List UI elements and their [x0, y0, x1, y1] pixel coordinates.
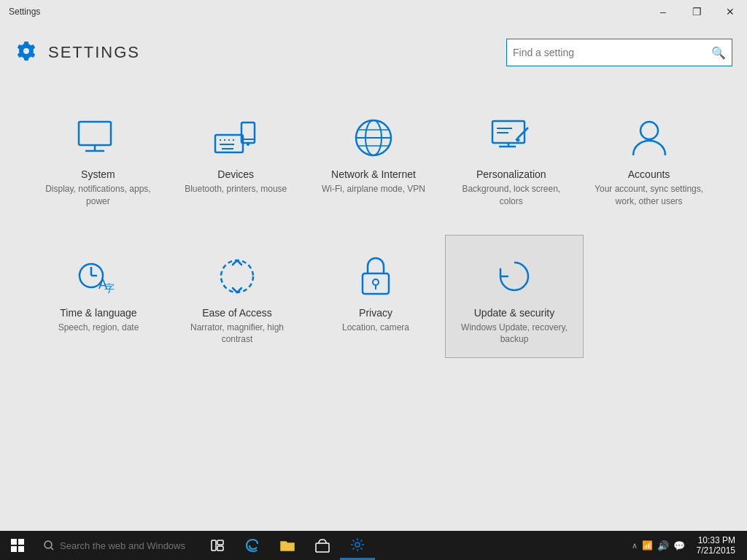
svg-rect-33 — [363, 273, 389, 294]
svg-line-19 — [518, 128, 528, 138]
tray-icons: ∧ 📶 🔊 💬 — [629, 540, 688, 551]
svg-rect-37 — [18, 539, 24, 545]
svg-rect-43 — [217, 540, 223, 545]
start-button[interactable] — [0, 531, 35, 560]
system-icon — [74, 114, 121, 161]
main-content: System Display, notifications, apps, pow… — [0, 82, 747, 373]
personalization-desc: Background, lock screen, colors — [454, 183, 568, 208]
title-bar-left: Settings — [9, 7, 40, 17]
header: SETTINGS 🔍 — [0, 23, 747, 82]
svg-line-41 — [51, 548, 53, 550]
taskbar-search-input[interactable] — [60, 540, 191, 551]
privacy-icon — [352, 253, 399, 300]
network-tray-icon: 📶 — [642, 540, 653, 551]
search-input[interactable] — [513, 47, 711, 58]
edge-browser-button[interactable] — [235, 531, 270, 560]
settings-row-1: System Display, notifications, apps, pow… — [29, 96, 718, 220]
update-security-icon — [491, 253, 538, 300]
svg-rect-45 — [316, 543, 329, 552]
settings-item-personalization[interactable]: Personalization Background, lock screen,… — [442, 96, 580, 220]
settings-item-privacy[interactable]: Privacy Location, camera — [306, 235, 445, 359]
settings-item-time-language[interactable]: A 字 Time & language Speech, region, date — [29, 235, 168, 359]
settings-row-2: A 字 Time & language Speech, region, date… — [29, 235, 718, 359]
taskbar-settings-button[interactable] — [340, 531, 375, 560]
ease-of-access-icon — [214, 253, 260, 300]
svg-rect-44 — [217, 546, 223, 551]
ease-of-access-desc: Narrator, magnifier, high contrast — [180, 322, 294, 346]
svg-rect-39 — [18, 546, 24, 552]
svg-text:字: 字 — [104, 283, 115, 294]
clock-date: 7/21/2015 — [697, 545, 735, 556]
settings-item-accounts[interactable]: Accounts Your account, sync settings, wo… — [580, 96, 718, 220]
svg-point-46 — [355, 542, 360, 547]
close-button[interactable]: ✕ — [713, 0, 747, 23]
time-language-desc: Speech, region, date — [58, 322, 139, 334]
svg-rect-36 — [11, 539, 17, 545]
personalization-title: Personalization — [476, 168, 546, 180]
store-button[interactable] — [305, 531, 340, 560]
restore-button[interactable]: ❐ — [680, 0, 713, 23]
header-left: SETTINGS — [15, 39, 140, 66]
volume-icon[interactable]: 🔊 — [657, 540, 669, 551]
taskbar-search[interactable] — [35, 531, 200, 560]
accounts-icon — [626, 114, 673, 161]
chevron-up-icon[interactable]: ∧ — [632, 541, 638, 551]
accounts-desc: Your account, sync settings, work, other… — [592, 183, 705, 208]
search-box[interactable]: 🔍 — [506, 39, 732, 66]
minimize-button[interactable]: – — [646, 0, 680, 23]
devices-title: Devices — [217, 168, 254, 180]
page-title: SETTINGS — [48, 43, 140, 62]
title-bar-title: Settings — [9, 7, 40, 17]
taskbar: ∧ 📶 🔊 💬 10:33 PM 7/21/2015 — [0, 531, 747, 560]
devices-desc: Bluetooth, printers, mouse — [185, 183, 287, 195]
search-icon: 🔍 — [711, 46, 726, 60]
network-title: Network & Internet — [331, 168, 416, 180]
file-explorer-button[interactable] — [270, 531, 305, 560]
notifications-icon[interactable]: 💬 — [673, 540, 685, 551]
system-title: System — [81, 168, 115, 180]
svg-point-40 — [44, 541, 52, 548]
personalization-icon — [488, 114, 535, 161]
settings-item-ease-of-access[interactable]: Ease of Access Narrator, magnifier, high… — [168, 235, 306, 359]
ease-of-access-title: Ease of Access — [202, 307, 272, 319]
svg-point-32 — [221, 260, 253, 292]
clock-time: 10:33 PM — [698, 535, 735, 545]
svg-point-26 — [640, 122, 658, 139]
time-language-icon: A 字 — [75, 253, 122, 300]
privacy-title: Privacy — [359, 307, 392, 319]
svg-point-12 — [247, 143, 249, 146]
settings-item-system[interactable]: System Display, notifications, apps, pow… — [29, 96, 167, 220]
title-bar-controls: – ❐ ✕ — [646, 0, 747, 23]
svg-rect-38 — [11, 546, 17, 552]
svg-rect-42 — [212, 540, 216, 551]
taskbar-tray: ∧ 📶 🔊 💬 10:33 PM 7/21/2015 — [623, 531, 747, 560]
time-language-title: Time & language — [60, 307, 136, 319]
svg-rect-0 — [79, 122, 111, 145]
gear-icon — [15, 39, 38, 66]
settings-item-update-security[interactable]: Update & security Windows Update, recove… — [445, 235, 584, 359]
task-view-button[interactable] — [200, 531, 235, 560]
update-security-title: Update & security — [474, 307, 555, 319]
update-security-desc: Windows Update, recovery, backup — [457, 322, 571, 346]
accounts-title: Accounts — [628, 168, 670, 180]
network-desc: Wi-Fi, airplane mode, VPN — [322, 183, 425, 195]
system-desc: Display, notifications, apps, power — [42, 183, 155, 208]
devices-icon — [212, 114, 259, 161]
svg-point-34 — [373, 279, 379, 285]
settings-item-devices[interactable]: Devices Bluetooth, printers, mouse — [167, 96, 305, 220]
privacy-desc: Location, camera — [342, 322, 409, 334]
taskbar-clock[interactable]: 10:33 PM 7/21/2015 — [691, 535, 741, 556]
title-bar: Settings – ❐ ✕ — [0, 0, 747, 23]
network-icon — [350, 114, 397, 161]
settings-item-network[interactable]: Network & Internet Wi-Fi, airplane mode,… — [305, 96, 443, 220]
